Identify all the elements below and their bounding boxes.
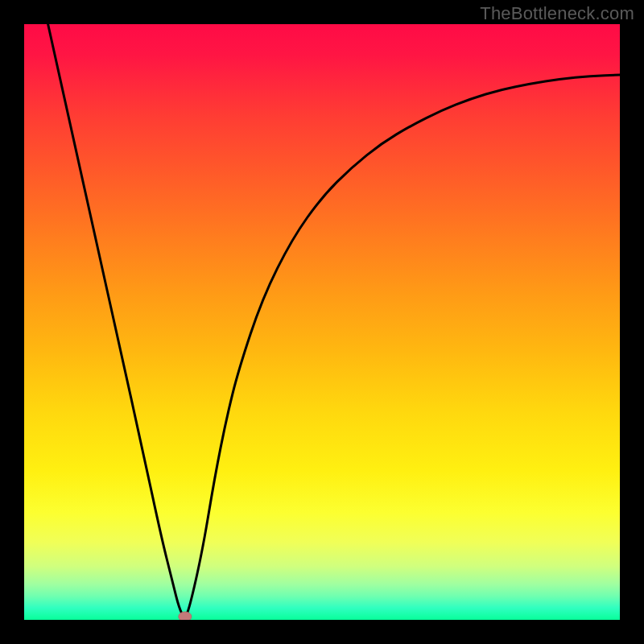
- curve-svg: [24, 24, 620, 620]
- bottleneck-curve-line: [48, 24, 620, 617]
- chart-plot-area: [24, 24, 620, 620]
- minimum-marker: [179, 612, 192, 620]
- watermark-text: TheBottleneck.com: [480, 3, 634, 24]
